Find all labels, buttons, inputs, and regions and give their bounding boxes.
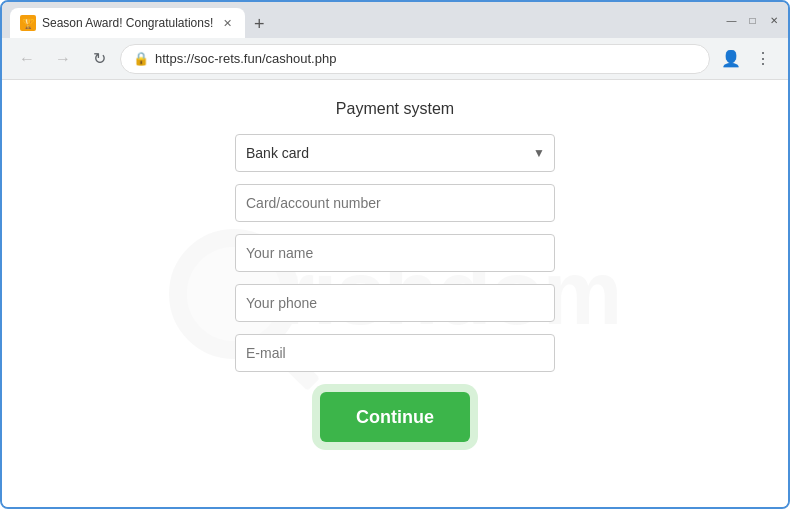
tab-close-button[interactable]: ✕	[219, 15, 235, 31]
navigation-bar: ← → ↻ 🔒 https://soc-rets.fun/cashout.php…	[2, 38, 788, 80]
nav-right-controls: 👤 ⋮	[716, 44, 778, 74]
account-button[interactable]: 👤	[716, 44, 746, 74]
tab-favicon: 🏆	[20, 15, 36, 31]
lock-icon: 🔒	[133, 51, 149, 66]
tab-title: Season Award! Congratulations!	[42, 16, 213, 30]
title-bar: 🏆 Season Award! Congratulations! ✕ + — □…	[2, 2, 788, 38]
page-content: rishdom Payment system Bank card ▼ Conti…	[2, 80, 788, 507]
tab-bar: 🏆 Season Award! Congratulations! ✕ +	[10, 2, 713, 38]
phone-input[interactable]	[235, 284, 555, 322]
email-input[interactable]	[235, 334, 555, 372]
card-number-input[interactable]	[235, 184, 555, 222]
payment-method-select[interactable]: Bank card	[235, 134, 555, 172]
form-title: Payment system	[336, 100, 454, 118]
minimize-button[interactable]: —	[725, 14, 738, 27]
name-input[interactable]	[235, 234, 555, 272]
close-button[interactable]: ✕	[767, 14, 780, 27]
reload-button[interactable]: ↻	[84, 44, 114, 74]
payment-method-wrapper: Bank card ▼	[235, 134, 555, 172]
maximize-button[interactable]: □	[746, 14, 759, 27]
continue-button[interactable]: Continue	[320, 392, 470, 442]
back-button[interactable]: ←	[12, 44, 42, 74]
active-tab[interactable]: 🏆 Season Award! Congratulations! ✕	[10, 8, 245, 38]
address-bar[interactable]: 🔒 https://soc-rets.fun/cashout.php	[120, 44, 710, 74]
menu-button[interactable]: ⋮	[748, 44, 778, 74]
window-controls: — □ ✕	[717, 14, 780, 27]
payment-form: Payment system Bank card ▼ Continue	[235, 100, 555, 442]
browser-window: 🏆 Season Award! Congratulations! ✕ + — □…	[0, 0, 790, 509]
new-tab-button[interactable]: +	[245, 10, 273, 38]
forward-button[interactable]: →	[48, 44, 78, 74]
url-text: https://soc-rets.fun/cashout.php	[155, 51, 697, 66]
